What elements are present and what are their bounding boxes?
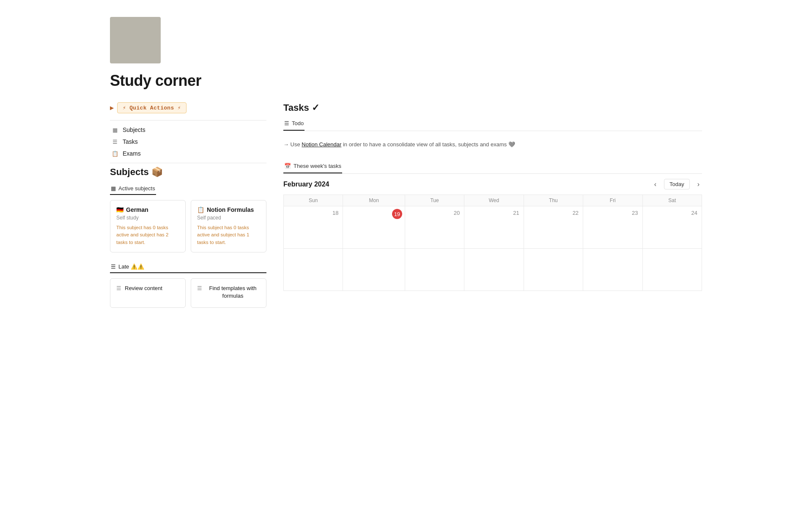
col-sat: Sat [642,195,702,206]
calendar-cell-empty1 [284,249,343,291]
tab-todo[interactable]: ☰ Todo [283,117,304,131]
subjects-nav-label: Subjects [123,126,145,133]
tasks-title-text: Tasks ✓ [283,102,319,113]
day-number-20: 20 [408,209,461,217]
page-title: Study corner [110,72,702,90]
calendar-row-week2 [284,249,702,291]
day-number-18: 18 [286,209,340,217]
calendar-header: February 2024 ‹ Today › [283,179,702,189]
action-card-review-content[interactable]: ☰ Review content [110,278,186,308]
col-tue: Tue [405,195,464,206]
calendar-next-button[interactable]: › [695,180,702,189]
calendar-today-button[interactable]: Today [664,179,690,189]
calendar-cell-24: 24 [642,206,702,249]
calendar-cell-21: 21 [464,206,524,249]
calendar-tab-bar: 📅 These week's tasks [283,159,702,174]
exams-nav-label: Exams [123,150,141,157]
calendar-cell-empty3 [405,249,464,291]
day-number-21: 21 [467,209,521,217]
notion-formulas-status: This subject has 0 tasks active and subj… [197,224,260,246]
find-templates-icon: ☰ [197,285,202,291]
tab-this-weeks-tasks[interactable]: 📅 These week's tasks [283,159,342,173]
nav-item-tasks[interactable]: ☰ Tasks [110,136,266,148]
calendar-header-row: Sun Mon Tue Wed Thu Fri Sat [284,195,702,206]
german-card-status: This subject has 0 tasks active and subj… [116,224,179,246]
action-cards-grid: ☰ Review content ☰ Find templates with f… [110,278,266,308]
calendar-cell-18: 18 [284,206,343,249]
review-content-label: Review content [125,285,162,292]
tasks-tab-bar: ☰ Todo [283,117,702,131]
german-flag-icon: 🇩🇪 [116,206,123,213]
subjects-heading: Subjects 📦 [110,167,266,178]
notion-calendar-notice: → Use Notion Calendar in order to have a… [283,138,702,151]
calendar-cell-empty5 [524,249,583,291]
main-layout: ▶ ⚡ Quick Actions ⚡ ▦ Subjects ☰ Tasks 📋… [110,102,702,308]
content-area: Tasks ✓ ☰ Todo → Use Notion Calendar in … [283,102,702,291]
toggle-arrow-icon: ▶ [110,105,114,111]
col-wed: Wed [464,195,524,206]
subject-cards-grid: 🇩🇪 German Self study This subject has 0 … [110,200,266,252]
action-card-find-templates[interactable]: ☰ Find templates with formulas [191,278,266,308]
day-number-23: 23 [586,209,639,217]
calendar-cell-empty6 [583,249,642,291]
calendar-cell-22: 22 [524,206,583,249]
subjects-nav-icon: ▦ [112,127,118,133]
page-wrapper: Study corner ▶ ⚡ Quick Actions ⚡ ▦ Subje… [110,17,702,308]
calendar-cell-empty7 [642,249,702,291]
cover-image [110,17,161,63]
active-subjects-tab-label: Active subjects [118,185,155,192]
tasks-title: Tasks ✓ [283,102,702,113]
tasks-nav-icon: ☰ [112,139,118,145]
calendar-nav: ‹ Today › [652,179,702,189]
nav-item-exams[interactable]: 📋 Exams [110,148,266,159]
exams-nav-icon: 📋 [112,151,118,157]
german-card-subtitle: Self study [116,215,179,221]
todo-tab-icon: ☰ [284,120,289,126]
nav-section: ▦ Subjects ☰ Tasks 📋 Exams [110,120,266,159]
calendar-prev-button[interactable]: ‹ [652,180,659,189]
calendar-row-week1: 18 19 20 21 [284,206,702,249]
calendar-cell-23: 23 [583,206,642,249]
nav-divider [110,163,266,163]
day-number-24: 24 [645,209,700,217]
col-fri: Fri [583,195,642,206]
active-subjects-tab-icon: ▦ [111,185,116,192]
late-checklist-icon: ☰ [111,263,116,270]
calendar-cell-19: 19 [343,206,405,249]
calendar-month: February 2024 [283,181,329,188]
quick-actions-label: ⚡ Quick Actions ⚡ [117,102,187,113]
late-heading-label: Late ⚠️⚠️ [118,263,144,270]
sidebar: ▶ ⚡ Quick Actions ⚡ ▦ Subjects ☰ Tasks 📋… [110,102,266,308]
col-sun: Sun [284,195,343,206]
german-card-title: 🇩🇪 German [116,206,179,213]
quick-actions-toggle[interactable]: ▶ ⚡ Quick Actions ⚡ [110,102,266,113]
notion-formulas-icon: 📋 [197,206,204,213]
notion-formulas-subtitle: Self paced [197,215,260,221]
day-number-22: 22 [527,209,580,217]
day-number-19: 19 [392,209,402,219]
nav-item-subjects[interactable]: ▦ Subjects [110,124,266,136]
calendar-cell-empty2 [343,249,405,291]
notion-calendar-link[interactable]: Notion Calendar [302,141,341,148]
calendar-tab-icon: 📅 [284,163,291,169]
notion-formulas-card-title: 📋 Notion Formulas [197,206,260,213]
todo-tab-label: Todo [292,120,304,126]
col-thu: Thu [524,195,583,206]
calendar-cell-20: 20 [405,206,464,249]
tasks-nav-label: Tasks [123,138,138,145]
find-templates-label: Find templates with formulas [206,285,260,300]
late-heading: ☰ Late ⚠️⚠️ [110,261,266,273]
subject-card-german[interactable]: 🇩🇪 German Self study This subject has 0 … [110,200,186,252]
calendar-tab-label: These week's tasks [294,163,341,169]
review-content-icon: ☰ [116,285,121,291]
tab-active-subjects[interactable]: ▦ Active subjects [110,183,156,195]
subject-card-notion-formulas[interactable]: 📋 Notion Formulas Self paced This subjec… [191,200,266,252]
subjects-tab-bar: ▦ Active subjects [110,183,266,195]
col-mon: Mon [343,195,405,206]
calendar-cell-empty4 [464,249,524,291]
calendar-grid: Sun Mon Tue Wed Thu Fri Sat 18 [283,195,702,291]
